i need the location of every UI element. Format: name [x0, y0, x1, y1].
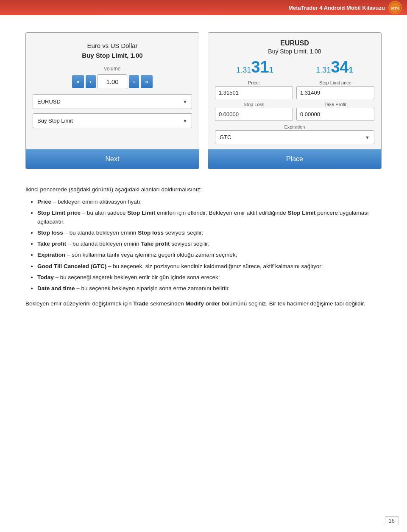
list-item: Date and time – bu seçenek bekleyen sipa…	[37, 284, 382, 293]
symbol-dropdown-arrow: ▼	[183, 99, 187, 104]
list-item: Take profit – bu alanda bekleyen emirin …	[37, 240, 382, 248]
ask-prefix: 1.31	[316, 66, 331, 75]
volume-label: volume	[33, 66, 192, 72]
volume-row: « ‹ 1.00 › »	[33, 74, 192, 89]
left-panel: Euro vs US Dollar Buy Stop Limit, 1.00 v…	[25, 32, 199, 169]
main-content: Euro vs US Dollar Buy Stop Limit, 1.00 v…	[0, 15, 407, 331]
price-field-group: Price: 1.31501	[215, 80, 293, 99]
symbol-dropdown-value: EURUSD	[37, 98, 61, 105]
next-button[interactable]: Next	[26, 149, 199, 169]
bid-sup: 1	[269, 66, 273, 75]
right-panel-title: EURUSD	[215, 39, 374, 47]
list-item: Expiration – son kullanma tarihi veya iş…	[37, 251, 382, 259]
list-item: Stop loss – bu alanda bekleyen emirin St…	[37, 229, 382, 237]
place-button[interactable]: Place	[208, 149, 381, 169]
header-bar: MetaTrader 4 Android Mobil Kılavuzu MT4	[0, 0, 407, 15]
expiration-dropdown[interactable]: GTC ▼	[215, 130, 374, 144]
expiration-section: Expiration GTC ▼	[215, 124, 374, 144]
take-profit-label: Take Profit	[296, 102, 374, 107]
closing-text: Bekleyen emir düzeylerini değiştirmek iç…	[25, 300, 382, 308]
ask-sup: 1	[349, 66, 353, 75]
stop-loss-label: Stop Loss	[215, 102, 293, 107]
list-item: Price – bekleyen emirin aktivasyon fiyat…	[37, 198, 382, 206]
list-item: Today – bu seçeneği seçerek bekleyen emi…	[37, 273, 382, 282]
text-section: Ikinci pencerede (sağdaki görüntü) aşağı…	[25, 186, 382, 308]
left-panel-subtitle: Buy Stop Limit, 1.00	[33, 52, 192, 59]
price-label: Price:	[215, 80, 293, 85]
take-profit-input[interactable]: 0.00000	[296, 108, 374, 121]
order-type-dropdown-arrow: ▼	[183, 118, 187, 123]
expiration-value: GTC	[220, 134, 231, 140]
ask-big: 34	[331, 59, 348, 75]
intro-text: Ikinci pencerede (sağdaki görüntü) aşağı…	[25, 186, 382, 193]
symbol-dropdown[interactable]: EURUSD ▼	[33, 94, 192, 109]
bid-price-block: 1.31 31 1	[236, 59, 273, 75]
volume-double-right-btn[interactable]: »	[141, 75, 152, 88]
take-profit-field-group: Take Profit 0.00000	[296, 102, 374, 121]
header-title: MetaTrader 4 Android Mobil Kılavuzu	[288, 5, 385, 11]
expiration-dropdown-arrow: ▼	[365, 135, 370, 140]
fields-grid: Price: 1.31501 Stop Limit price 1.31409 …	[215, 80, 374, 121]
header-logo: MT4	[388, 1, 402, 14]
page-number: 18	[385, 516, 399, 525]
stop-limit-price-label: Stop Limit price	[296, 80, 374, 85]
volume-left-btn[interactable]: ‹	[86, 75, 96, 88]
stop-loss-input[interactable]: 0.00000	[215, 108, 293, 121]
svg-text:MT4: MT4	[391, 6, 399, 11]
left-panel-title: Euro vs US Dollar	[33, 41, 192, 50]
list-item: Stop Limit price – bu alan sadece Stop L…	[37, 209, 382, 226]
panels-row: Euro vs US Dollar Buy Stop Limit, 1.00 v…	[25, 32, 382, 169]
volume-display: 1.00	[98, 74, 127, 89]
stop-limit-price-input[interactable]: 1.31409	[296, 86, 374, 99]
bid-big: 31	[251, 59, 269, 75]
list-item: Good Till Canceled (GTC) – bu seçenek, s…	[37, 262, 382, 271]
right-panel: EURUSD Buy Stop Limit, 1.00 1.31 31 1 1.…	[208, 32, 382, 169]
right-panel-subtitle: Buy Stop Limit, 1.00	[215, 48, 374, 55]
price-display-row: 1.31 31 1 1.31 34 1	[215, 59, 374, 75]
bid-prefix: 1.31	[236, 66, 251, 75]
volume-right-btn[interactable]: ›	[129, 75, 139, 88]
stop-limit-price-field-group: Stop Limit price 1.31409	[296, 80, 374, 99]
price-input[interactable]: 1.31501	[215, 86, 293, 99]
bullet-list: Price – bekleyen emirin aktivasyon fiyat…	[25, 198, 382, 293]
stop-loss-field-group: Stop Loss 0.00000	[215, 102, 293, 121]
volume-double-left-btn[interactable]: «	[72, 75, 84, 88]
order-type-dropdown[interactable]: Buy Stop Limit ▼	[33, 113, 192, 128]
expiration-label: Expiration	[215, 124, 374, 129]
ask-price-block: 1.31 34 1	[316, 59, 353, 75]
order-type-dropdown-value: Buy Stop Limit	[37, 118, 73, 124]
